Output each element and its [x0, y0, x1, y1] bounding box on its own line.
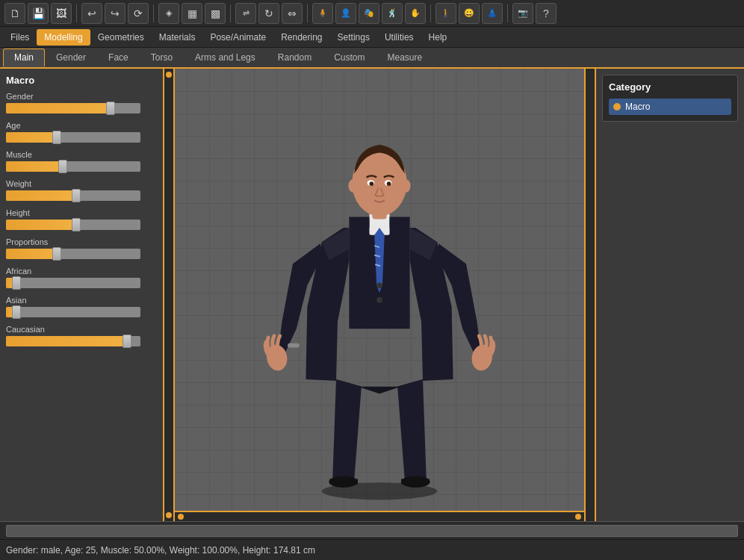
flip-icon[interactable]: ⇔ [282, 3, 303, 24]
proportions-label: Proportions [6, 237, 157, 246]
help-icon[interactable]: ? [536, 3, 557, 24]
height-thumb[interactable] [72, 218, 81, 231]
character-figure [238, 76, 521, 509]
camera-icon[interactable]: 📷 [512, 3, 533, 24]
viewport-scroll-bottom[interactable] [175, 511, 584, 521]
grid-icon[interactable]: ▦ [182, 3, 202, 24]
gender-fill [6, 103, 111, 113]
african-label: African [6, 267, 157, 276]
african-track[interactable] [6, 278, 140, 288]
menu-files[interactable]: Files [3, 29, 37, 46]
tab-gender[interactable]: Gender [45, 49, 97, 66]
viewport-scroll-right[interactable] [584, 69, 595, 521]
svg-rect-20 [288, 343, 299, 348]
svg-point-6 [376, 282, 382, 288]
menu-pose-animate[interactable]: Pose/Animate [202, 29, 273, 46]
muscle-thumb[interactable] [58, 160, 67, 173]
menu-materials[interactable]: Materials [152, 29, 203, 46]
asian-label: Asian [6, 296, 157, 305]
weight-label: Weight [6, 179, 157, 188]
menu-utilities[interactable]: Utilities [377, 29, 421, 46]
status-text: Gender: male, Age: 25, Muscle: 50.00%, W… [6, 545, 315, 556]
muscle-track[interactable] [6, 161, 140, 172]
tab-torso[interactable]: Torso [140, 49, 184, 66]
age-track[interactable] [6, 132, 140, 143]
tabbar: Main Gender Face Torso Arms and Legs Ran… [0, 48, 744, 69]
menu-geometries[interactable]: Geometries [90, 29, 152, 46]
height-label: Height [6, 208, 157, 217]
height-track[interactable] [6, 220, 140, 230]
arm-icon[interactable]: ✋ [405, 3, 426, 24]
tab-face[interactable]: Face [97, 49, 140, 66]
caucasian-label: Caucasian [6, 325, 157, 334]
refresh-icon[interactable]: ⟳ [128, 3, 149, 24]
svg-point-7 [376, 297, 382, 303]
save-icon[interactable]: 💾 [28, 3, 49, 24]
caucasian-track[interactable] [6, 336, 140, 346]
proportions-fill [6, 249, 57, 259]
tab-random[interactable]: Random [267, 49, 323, 66]
gender-track[interactable] [6, 103, 140, 113]
menu-modelling[interactable]: Modelling [37, 29, 90, 46]
redo-icon[interactable]: ↪ [105, 3, 125, 24]
caucasian-fill [6, 336, 127, 346]
viewport[interactable] [164, 69, 595, 521]
caucasian-thumb[interactable] [123, 335, 131, 348]
rotate-icon[interactable]: ↻ [258, 3, 279, 24]
separator-6 [507, 4, 508, 22]
weight-track[interactable] [6, 190, 140, 201]
scroll-dot-bottom [166, 512, 172, 518]
gender-label: Gender [6, 92, 157, 101]
weight-thumb[interactable] [72, 189, 81, 202]
expression-icon[interactable]: 😀 [459, 3, 480, 24]
statusbar: Gender: male, Age: 25, Muscle: 50.00%, W… [0, 539, 744, 560]
body2-icon[interactable]: 🕺 [382, 3, 403, 24]
proportions-thumb[interactable] [52, 247, 61, 261]
african-thumb[interactable] [12, 276, 21, 290]
svg-point-18 [348, 179, 357, 192]
svg-point-19 [402, 179, 411, 192]
separator-5 [430, 4, 431, 22]
undo-icon[interactable]: ↩ [81, 3, 102, 24]
category-title: Category [609, 81, 731, 93]
menu-help[interactable]: Help [421, 29, 455, 46]
progress-area [0, 521, 744, 539]
menubar: Files Modelling Geometries Materials Pos… [0, 27, 744, 48]
tab-arms-and-legs[interactable]: Arms and Legs [184, 49, 267, 66]
scroll-dot-right [575, 514, 581, 520]
figure-front-icon[interactable]: 🧍 [312, 3, 333, 24]
tab-main[interactable]: Main [3, 49, 45, 67]
separator-2 [153, 4, 154, 22]
wire-sphere-icon[interactable]: ◈ [158, 3, 179, 24]
pose-icon[interactable]: 🚶 [435, 3, 456, 24]
tab-custom[interactable]: Custom [323, 49, 376, 66]
new-icon[interactable]: 🗋 [4, 3, 25, 24]
category-macro-label: Macro [625, 102, 650, 112]
head-icon[interactable]: 👤 [335, 3, 356, 24]
clothes-icon[interactable]: 👗 [482, 3, 503, 24]
menu-rendering[interactable]: Rendering [273, 29, 329, 46]
svg-point-16 [369, 181, 373, 186]
viewport-scroll-left[interactable] [164, 69, 175, 521]
hair-icon[interactable]: 🎭 [359, 3, 379, 24]
category-macro-item[interactable]: Macro [609, 99, 731, 115]
right-panel: Category Macro [595, 69, 744, 521]
proportions-slider-group: Proportions [6, 237, 157, 259]
separator-3 [230, 4, 231, 22]
arrows-icon[interactable]: ⇌ [235, 3, 256, 24]
muscle-label: Muscle [6, 150, 157, 159]
asian-track[interactable] [6, 307, 140, 317]
asian-thumb[interactable] [12, 305, 21, 319]
macro-radio[interactable] [613, 103, 621, 111]
african-slider-group: African [6, 267, 157, 288]
proportions-track[interactable] [6, 249, 140, 259]
render-icon[interactable]: 🖼 [51, 3, 72, 24]
age-thumb[interactable] [52, 131, 61, 144]
tab-measure[interactable]: Measure [376, 49, 434, 66]
separator-1 [76, 4, 77, 22]
menu-settings[interactable]: Settings [330, 29, 377, 46]
muscle-fill [6, 161, 63, 172]
checker-icon[interactable]: ▩ [205, 3, 226, 24]
gender-thumb[interactable] [106, 102, 115, 115]
gender-slider-group: Gender [6, 92, 157, 113]
